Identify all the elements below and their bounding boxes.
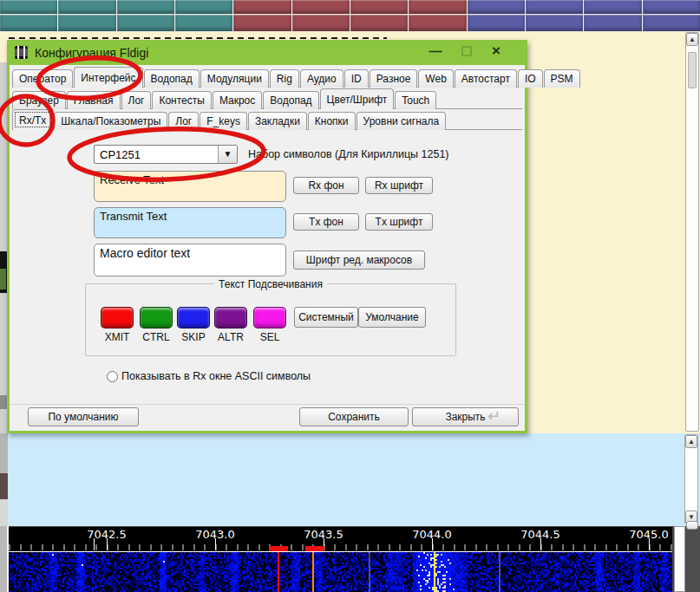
tab3-tabs[interactable]: Закладки (248, 112, 307, 130)
maximize-icon (461, 46, 472, 56)
macro-button[interactable] (58, 15, 115, 31)
macro-button[interactable] (292, 0, 350, 14)
macro-row-2 (0, 15, 700, 31)
waterfall-scrollbar[interactable] (674, 526, 685, 592)
tab1-misc[interactable]: Разное (370, 69, 418, 88)
rx-background-button[interactable]: Rx фон (293, 177, 359, 194)
macro-button[interactable] (409, 15, 466, 31)
macro-button[interactable] (526, 0, 583, 14)
pane-splitter-dashed-line (9, 37, 387, 39)
macro-button[interactable] (643, 15, 700, 31)
tab1-audio[interactable]: Аудио (300, 69, 343, 88)
macro-button[interactable] (175, 15, 232, 31)
macro-button[interactable] (584, 15, 641, 31)
ascii-checkbox-row[interactable]: Показывать в Rx окне ASCII символы (107, 370, 311, 382)
tab2-touch[interactable]: Touch (395, 91, 436, 109)
tabstrip-level3: Rx/Tx Шкала/Показометры Лог F_keys Закла… (12, 109, 522, 130)
charset-select[interactable]: CP1251 ▼ (94, 145, 238, 164)
macro-button[interactable] (175, 0, 232, 14)
rx-scrollbar[interactable]: ▲ (685, 32, 699, 432)
altr-color-swatch[interactable] (214, 307, 247, 329)
macro-editor-font-button[interactable]: Шрифт ред. макросов (293, 250, 425, 270)
waterfall-right-frame (685, 526, 700, 592)
close-dialog-button[interactable]: Закрыть (412, 407, 519, 426)
charset-label: Набор символов (Для Кириллицы 1251) (248, 148, 449, 160)
macro-button[interactable] (58, 0, 115, 14)
macro-button[interactable] (117, 0, 174, 14)
tx-font-button[interactable]: Tx шрифт (365, 213, 433, 231)
skip-color-swatch[interactable] (177, 307, 210, 329)
restore-defaults-button[interactable]: По умолчанию (28, 407, 139, 426)
maximize-button[interactable] (456, 40, 477, 62)
waterfall-frequency-scale[interactable]: 7042.5 7043.0 7043.5 7044.0 7044.5 7045.… (9, 527, 672, 551)
tab1-web[interactable]: Web (418, 69, 453, 88)
tab1-modems[interactable]: Модуляции (200, 69, 269, 88)
tab3-fkeys[interactable]: F_keys (200, 112, 247, 130)
macro-button[interactable] (0, 0, 57, 14)
tab3-buttons[interactable]: Кнопки (308, 112, 356, 130)
skip-label: SKIP (177, 331, 210, 343)
tab2-colors-fonts[interactable]: Цвет/Шрифт (320, 88, 395, 109)
scroll-up-icon[interactable]: ▲ (685, 435, 697, 448)
altr-label: ALTR (214, 331, 247, 343)
tab3-signal-levels[interactable]: Уровни сигнала (357, 112, 447, 130)
tab2-browser[interactable]: Браузер (12, 91, 66, 109)
tab2-log[interactable]: Лог (121, 91, 152, 109)
tx-text-pane[interactable] (0, 433, 700, 526)
ascii-checkbox-label: Показывать в Rx окне ASCII символы (121, 370, 311, 382)
minimize-button[interactable]: — (425, 40, 446, 62)
macro-button[interactable] (0, 15, 57, 31)
rx-scrollbar-thumb[interactable] (688, 52, 697, 88)
tab1-waterfall[interactable]: Водопад (144, 69, 200, 88)
macro-button[interactable] (584, 0, 641, 14)
macro-button[interactable] (233, 0, 291, 14)
tab1-interface[interactable]: Интерфейс (74, 67, 142, 88)
tab2-general[interactable]: Главная (67, 91, 121, 109)
save-button[interactable]: Сохранить (299, 407, 409, 426)
charset-value: CP1251 (100, 148, 141, 161)
sel-color-swatch[interactable] (253, 307, 286, 329)
macro-button[interactable] (643, 0, 700, 14)
tab1-id[interactable]: ID (344, 69, 369, 88)
macro-button[interactable] (468, 0, 525, 14)
xmit-color-swatch[interactable] (101, 307, 134, 329)
checkbox-icon[interactable] (107, 371, 118, 382)
macro-button[interactable] (526, 15, 583, 31)
close-button[interactable]: × (486, 40, 507, 62)
waterfall-canvas[interactable] (9, 552, 672, 592)
tx-text-preview: Transmit Text (94, 207, 286, 238)
tab1-psm[interactable]: PSM (544, 69, 580, 88)
tab2-contests[interactable]: Контесты (152, 91, 211, 109)
macro-button[interactable] (468, 15, 525, 31)
tab2-waterfall[interactable]: Водопад (263, 91, 318, 109)
scroll-up-icon[interactable]: ▲ (686, 33, 698, 46)
macro-button[interactable] (350, 0, 408, 14)
macro-button[interactable] (409, 0, 466, 14)
rx-font-button[interactable]: Rx шрифт (365, 177, 433, 194)
macro-button[interactable] (350, 15, 408, 31)
tab3-log[interactable]: Лог (168, 112, 199, 130)
dialog-titlebar[interactable]: Конфигурация Fldigi — × (7, 40, 527, 65)
waterfall-left-frame (0, 526, 9, 592)
tx-background-button[interactable]: Tx фон (293, 213, 359, 231)
macro-button[interactable] (233, 15, 291, 31)
tab3-dials-meters[interactable]: Шкала/Показометры (54, 112, 167, 130)
tab1-rig[interactable]: Rig (270, 69, 299, 88)
tab3-rx-tx[interactable]: Rx/Tx (12, 109, 53, 130)
highlight-group-title: Текст Подсвечивания (214, 278, 327, 290)
bandwidth-marker (269, 546, 288, 551)
ctrl-color-swatch[interactable] (140, 307, 173, 329)
system-colors-button[interactable]: Системный (294, 307, 358, 328)
tx-scrollbar[interactable]: ▲ ▼ (684, 434, 698, 524)
left-edge-fragment (0, 433, 8, 473)
tab1-autostart[interactable]: Автостарт (455, 69, 517, 88)
tab2-macros[interactable]: Макрос (213, 91, 262, 109)
tab1-operator[interactable]: Оператор (12, 69, 73, 88)
xmit-label: XMIT (101, 331, 134, 343)
macro-button[interactable] (117, 15, 174, 31)
waterfall-corner-button[interactable] (686, 521, 698, 530)
default-colors-button[interactable]: Умолчание (358, 307, 426, 328)
tab1-io[interactable]: IO (518, 69, 543, 88)
chevron-down-icon[interactable]: ▼ (218, 146, 237, 163)
macro-button[interactable] (292, 15, 350, 31)
